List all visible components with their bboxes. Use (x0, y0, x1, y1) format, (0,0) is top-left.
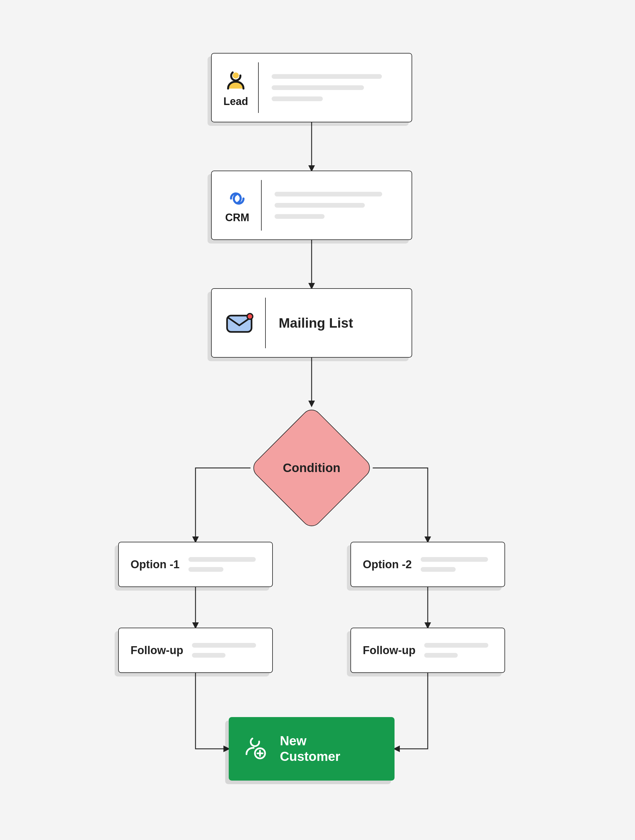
placeholder-line (192, 653, 225, 658)
node-followup-1-label: Follow-up (119, 644, 183, 657)
node-followup-2-label: Follow-up (351, 644, 415, 657)
placeholder-line (421, 567, 456, 572)
node-mailing-list: Mailing List (211, 288, 412, 358)
node-followup-2: Follow-up (350, 628, 505, 673)
node-crm: CRM (211, 171, 412, 240)
placeholder-line (274, 203, 365, 208)
placeholder-line (272, 85, 364, 90)
node-mailing-title: Mailing List (266, 315, 411, 331)
placeholder-line (274, 214, 325, 219)
mail-icon (225, 311, 254, 335)
node-condition: Condition (268, 424, 356, 512)
placeholder-line (421, 557, 488, 562)
placeholder-line (188, 567, 224, 572)
svg-point-2 (247, 314, 252, 319)
edge-followup2-end (394, 673, 428, 749)
placeholder-line (424, 643, 488, 647)
new-customer-icon (242, 735, 269, 763)
edge-condition-option2 (373, 468, 428, 542)
new-customer-line2: Customer (280, 749, 340, 764)
node-lead-label: Lead (224, 96, 248, 107)
node-option-1-label: Option -1 (119, 558, 180, 571)
placeholder-line (272, 74, 382, 79)
placeholder-line (188, 557, 256, 562)
edge-condition-option1 (195, 468, 250, 542)
edge-followup1-end (195, 673, 229, 749)
placeholder-line (274, 192, 382, 196)
crm-link-icon (224, 188, 251, 209)
placeholder-line (424, 653, 458, 658)
node-crm-label: CRM (225, 212, 249, 223)
node-new-customer: New Customer (229, 717, 394, 781)
placeholder-line (272, 96, 323, 101)
svg-point-0 (233, 73, 239, 79)
node-option-1: Option -1 (118, 542, 273, 587)
new-customer-line1: New (280, 733, 340, 749)
node-option-2: Option -2 (350, 542, 505, 587)
node-followup-1: Follow-up (118, 628, 273, 673)
node-option-2-label: Option -2 (351, 558, 412, 571)
lead-person-icon (224, 68, 248, 93)
placeholder-line (192, 643, 256, 647)
node-lead: Lead (211, 53, 412, 122)
